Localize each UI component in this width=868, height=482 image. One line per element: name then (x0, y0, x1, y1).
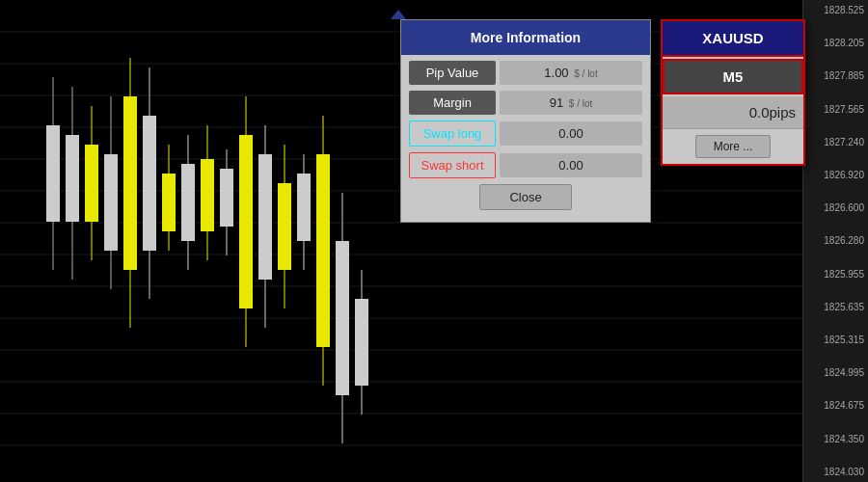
price-label: 1827.565 (805, 104, 866, 115)
price-label: 1825.635 (805, 302, 866, 312)
price-label: 1824.030 (805, 467, 866, 477)
swap-long-label: Swap long (409, 120, 496, 147)
timeframe-label: M5 (663, 59, 803, 94)
more-info-dialog: More Information Pip Value 1.00 $ / lot … (400, 19, 651, 223)
svg-rect-32 (201, 159, 214, 231)
symbol-label: XAUUSD (661, 19, 805, 57)
dialog-body: Pip Value 1.00 $ / lot Margin 91 $ / lot… (401, 55, 650, 222)
svg-rect-16 (46, 125, 60, 222)
svg-rect-18 (66, 135, 79, 222)
swap-long-field: 0.00 (500, 121, 642, 146)
margin-unit: $ / lot (569, 98, 592, 109)
svg-rect-34 (220, 169, 233, 227)
price-label: 1828.525 (805, 5, 866, 15)
svg-rect-26 (143, 116, 156, 251)
svg-rect-36 (239, 135, 253, 308)
price-label: 1824.995 (805, 367, 866, 378)
pip-value-field: 1.00 $ / lot (500, 61, 642, 85)
svg-rect-48 (355, 299, 368, 386)
swap-short-field: 0.00 (500, 153, 642, 177)
svg-rect-42 (297, 174, 311, 241)
swap-short-label: Swap short (409, 152, 496, 178)
svg-rect-44 (316, 154, 330, 347)
swap-long-number: 0.00 (558, 126, 583, 141)
price-label: 1827.240 (805, 137, 866, 147)
price-label: 1824.675 (805, 400, 866, 411)
svg-rect-22 (104, 154, 118, 251)
svg-rect-38 (258, 154, 272, 280)
svg-rect-24 (123, 96, 137, 270)
swap-short-number: 0.00 (558, 158, 583, 173)
price-scale: 1828.525 1828.205 1827.885 1827.565 1827… (802, 0, 868, 482)
pip-value-unit: $ / lot (574, 68, 597, 79)
pip-value-number: 1.00 (544, 66, 568, 80)
more-button[interactable]: More ... (695, 135, 772, 158)
price-label: 1826.600 (805, 202, 866, 213)
svg-rect-28 (162, 174, 176, 231)
price-label: 1824.350 (805, 434, 866, 444)
price-label: 1828.205 (805, 38, 866, 48)
margin-row: Margin 91 $ / lot (409, 91, 642, 115)
swap-short-row: Swap short 0.00 (409, 152, 642, 178)
svg-rect-40 (278, 183, 291, 270)
xauusd-panel: XAUUSD M5 0.0pips More ... (661, 19, 805, 166)
pip-value-label: Pip Value (409, 61, 496, 85)
dialog-arrow (391, 10, 406, 19)
close-button[interactable]: Close (479, 184, 571, 210)
price-label: 1826.280 (805, 235, 866, 246)
price-label: 1826.920 (805, 170, 866, 180)
margin-field: 91 $ / lot (500, 91, 642, 115)
price-label: 1827.885 (805, 70, 866, 81)
price-label: 1825.955 (805, 269, 866, 280)
svg-rect-30 (181, 164, 195, 241)
svg-rect-46 (336, 241, 349, 395)
pips-display: 0.0pips (663, 96, 803, 129)
margin-number: 91 (550, 95, 563, 110)
price-label: 1825.315 (805, 335, 866, 345)
swap-long-row: Swap long 0.00 (409, 120, 642, 147)
margin-label: Margin (409, 91, 496, 115)
dialog-title: More Information (401, 20, 650, 55)
svg-rect-20 (85, 145, 98, 222)
pip-value-row: Pip Value 1.00 $ / lot (409, 61, 642, 85)
